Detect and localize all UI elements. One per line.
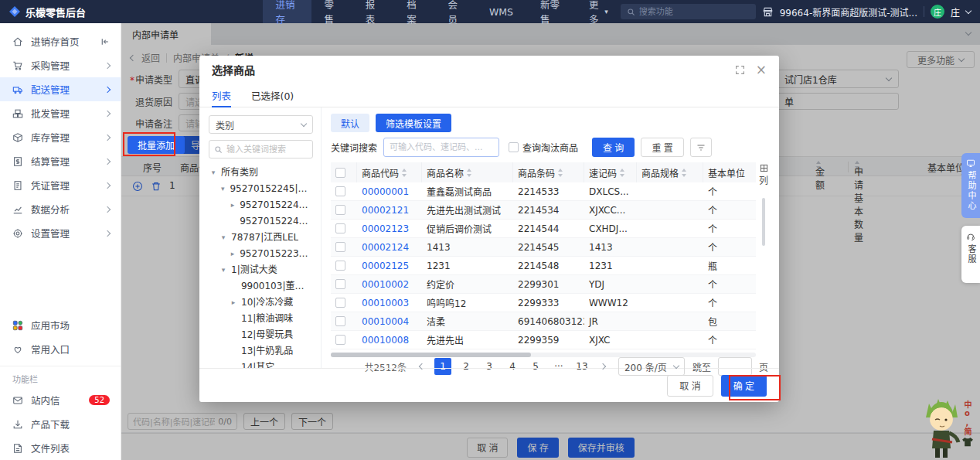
collapse-icon[interactable]	[100, 37, 110, 46]
nav-menu-item[interactable]: 会员	[436, 0, 477, 23]
obsolete-checkbox-group[interactable]: 查询淘汰商品	[509, 141, 578, 154]
filter-template-settings-button[interactable]: 筛选模板设置	[376, 114, 451, 132]
product-code-link[interactable]: 00002121	[357, 201, 422, 219]
product-code-link[interactable]: 00002123	[357, 220, 422, 237]
product-row[interactable]: 00010008 先进先出 2299359 XJXC 个	[331, 331, 756, 349]
global-search-input[interactable]	[639, 7, 740, 17]
sort-icon[interactable]	[557, 169, 563, 177]
product-code-link[interactable]: 00010003	[357, 294, 422, 312]
close-icon[interactable]: ×	[756, 63, 767, 77]
mascot-widget[interactable]: 中o,简	[920, 394, 980, 460]
product-row[interactable]: 00002121 先进先出测试测试 2214534 XJXCC... 个	[331, 201, 756, 220]
product-row[interactable]: 00010004 洁柔 6914068031231 JR 包	[331, 312, 756, 331]
sidebar-item-app-market[interactable]: 应用市场	[0, 313, 121, 337]
row-checkbox[interactable]	[335, 205, 345, 215]
category-tree-node[interactable]: ▸ 95270152238|江...	[209, 246, 313, 262]
nav-menu-item[interactable]: 更多 ▾	[577, 0, 621, 23]
nav-menu-item[interactable]: 进销存	[263, 0, 311, 23]
modal-cancel-button[interactable]: 取 消	[667, 375, 713, 397]
avatar[interactable]: 庄	[931, 5, 944, 19]
nav-menu-item[interactable]: WMS	[477, 0, 528, 23]
tree-expand-icon[interactable]: ▸	[229, 246, 236, 262]
customer-service-tab[interactable]: 客服	[961, 226, 980, 283]
product-code-link[interactable]: 00000001	[357, 182, 422, 200]
sidebar-item-home[interactable]: 进销存首页	[0, 29, 121, 53]
global-search[interactable]	[621, 4, 756, 19]
sidebar-item-favorites[interactable]: 常用入口	[0, 337, 121, 361]
query-button[interactable]: 查 询	[592, 138, 635, 157]
header-mnemonic[interactable]: 速记码	[584, 162, 637, 182]
tree-expand-icon[interactable]: ▾	[219, 230, 228, 246]
row-checkbox[interactable]	[335, 186, 345, 196]
sort-icon[interactable]	[466, 169, 472, 177]
product-row[interactable]: 00002125 1231 2214548 1231 瓶	[331, 257, 756, 275]
sidebar-item-files[interactable]: 文件列表	[0, 436, 121, 460]
row-checkbox[interactable]	[335, 279, 345, 289]
product-row[interactable]: 00000001 董鑫磊测试商品 2214533 DXLCS... 个	[331, 182, 756, 201]
keyword-input-field[interactable]	[390, 142, 493, 152]
category-tree-node[interactable]: 95270152247|鑫...	[209, 213, 313, 230]
header-barcode[interactable]: 商品条码	[513, 162, 584, 182]
category-tree-node[interactable]: ▸ 10|冷冻冷藏	[209, 295, 313, 311]
sidebar-item-voucher[interactable]: 凭证管理	[0, 173, 121, 197]
tree-expand-icon[interactable]: ▾	[209, 165, 218, 181]
sidebar-item-downloads[interactable]: 产品下载	[0, 412, 121, 436]
row-checkbox[interactable]	[335, 223, 345, 233]
product-row[interactable]: 00010003 呜呜呜12 2299333 WWW12 个	[331, 294, 756, 312]
scrollbar-thumb[interactable]	[331, 353, 531, 357]
header-code[interactable]: 商品代码	[357, 162, 422, 182]
product-row[interactable]: 00010002 约定价 2299301 YDJ 个	[331, 275, 756, 294]
obsolete-checkbox[interactable]	[509, 142, 519, 152]
tree-expand-icon[interactable]: ▾	[219, 181, 226, 197]
category-tree-node[interactable]: ▾ 1|测试大类	[209, 262, 313, 278]
sort-icon[interactable]	[681, 169, 687, 177]
select-all-checkbox[interactable]	[335, 168, 345, 178]
modal-confirm-button[interactable]: 确 定	[721, 375, 767, 397]
sort-icon[interactable]	[619, 169, 625, 177]
product-row[interactable]: 00002124 1413 2214545 1413 个	[331, 238, 756, 257]
page-size-select[interactable]: 200 条/页	[618, 357, 685, 376]
sidebar-item-settlement[interactable]: 结算管理	[0, 149, 121, 173]
default-template-button[interactable]: 默认	[331, 114, 369, 132]
sidebar-item-inventory[interactable]: 库存管理	[0, 125, 121, 149]
category-tree-node[interactable]: 14|其它	[209, 359, 313, 368]
user-name[interactable]: 庄	[951, 5, 960, 19]
category-tree-node[interactable]: 9900103|董鑫磊	[209, 278, 313, 295]
tab-selected[interactable]: 已选择(0)	[251, 83, 294, 107]
category-tree-node[interactable]: ▸ 95270152246|鑫...	[209, 197, 313, 213]
row-checkbox[interactable]	[335, 316, 345, 326]
nav-menu-item[interactable]: 零售	[311, 0, 352, 23]
batch-add-button[interactable]: 批量添加	[128, 136, 185, 154]
tree-expand-icon[interactable]: ▸	[229, 295, 238, 311]
header-name[interactable]: 商品名称	[422, 162, 513, 182]
sort-icon[interactable]	[401, 169, 407, 177]
product-code-link[interactable]: 00010002	[357, 275, 422, 293]
product-code-link[interactable]: 00002125	[357, 257, 422, 274]
nav-menu-item[interactable]: 新零售	[528, 0, 577, 23]
nav-menu-item[interactable]: 档案	[394, 0, 435, 23]
tree-expand-icon[interactable]: ▾	[219, 262, 228, 278]
sidebar-item-settings[interactable]: 设置管理	[0, 221, 121, 245]
store-name[interactable]: 99664-新界面商超版测试-测试...	[780, 5, 917, 19]
category-tree-node[interactable]: ▾ 78787|江西LEL	[209, 230, 313, 246]
category-tree-node[interactable]: 11|粮油调味	[209, 311, 313, 327]
product-code-link[interactable]: 00002124	[357, 238, 422, 256]
row-checkbox[interactable]	[335, 242, 345, 252]
category-tree-node[interactable]: ▾ 所有类别	[209, 165, 313, 181]
row-checkbox[interactable]	[335, 261, 345, 271]
horizontal-scrollbar[interactable]	[331, 353, 756, 357]
sidebar-item-inbox[interactable]: 站内信 52	[0, 388, 121, 412]
column-settings-tool[interactable]: 列	[757, 164, 770, 186]
category-type-select[interactable]: 类别	[209, 115, 313, 134]
sidebar-item-delivery[interactable]: 配送管理	[0, 77, 121, 101]
shirt-icon[interactable]	[962, 438, 973, 447]
sidebar-item-wholesale[interactable]: 批发管理	[0, 101, 121, 125]
product-code-link[interactable]: 00010008	[357, 331, 422, 349]
tab-list[interactable]: 列表	[212, 83, 231, 107]
chevron-down-icon[interactable]	[965, 7, 971, 13]
tree-search[interactable]	[209, 140, 313, 158]
category-tree-node[interactable]: ▾ 95270152245|鑫鲜汇	[209, 181, 313, 197]
fullscreen-icon[interactable]	[735, 65, 745, 75]
reset-button[interactable]: 重 置	[641, 138, 683, 157]
vertical-scrollbar[interactable]	[762, 198, 765, 246]
